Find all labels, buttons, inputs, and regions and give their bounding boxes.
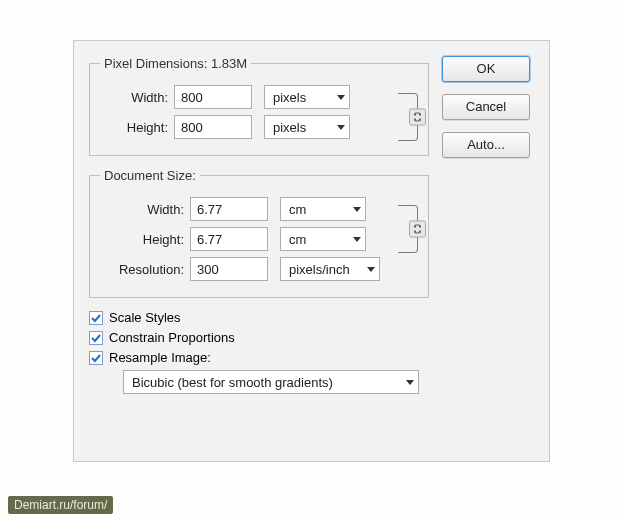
chevron-down-icon bbox=[337, 125, 345, 130]
pixel-dimensions-legend: Pixel Dimensions: 1.83M bbox=[100, 56, 251, 71]
pixel-height-label: Height: bbox=[100, 120, 174, 135]
doc-width-label: Width: bbox=[100, 202, 190, 217]
doc-height-input[interactable] bbox=[190, 227, 268, 251]
constrain-proportions-checkbox[interactable] bbox=[89, 331, 103, 345]
chevron-down-icon bbox=[406, 380, 414, 385]
dialog-buttons-column: OK Cancel Auto... bbox=[442, 56, 534, 170]
chevron-down-icon bbox=[337, 95, 345, 100]
chevron-down-icon bbox=[353, 207, 361, 212]
ok-button[interactable]: OK bbox=[442, 56, 530, 82]
resolution-input[interactable] bbox=[190, 257, 268, 281]
watermark-badge: Demiart.ru/forum/ bbox=[8, 496, 113, 514]
doc-height-unit-select[interactable]: cm bbox=[280, 227, 366, 251]
chevron-down-icon bbox=[353, 237, 361, 242]
resample-image-checkbox[interactable] bbox=[89, 351, 103, 365]
scale-styles-checkbox[interactable] bbox=[89, 311, 103, 325]
pixel-height-unit-select[interactable]: pixels bbox=[264, 115, 350, 139]
doc-width-input[interactable] bbox=[190, 197, 268, 221]
document-size-group: Document Size: Width: cm Height: cm Reso… bbox=[89, 168, 429, 298]
scale-styles-label: Scale Styles bbox=[109, 310, 181, 325]
document-size-legend: Document Size: bbox=[100, 168, 200, 183]
image-size-dialog: OK Cancel Auto... Pixel Dimensions: 1.83… bbox=[73, 40, 550, 462]
link-icon[interactable] bbox=[409, 221, 426, 238]
doc-width-unit-select[interactable]: cm bbox=[280, 197, 366, 221]
chevron-down-icon bbox=[367, 267, 375, 272]
pixel-height-input[interactable] bbox=[174, 115, 252, 139]
resolution-label: Resolution: bbox=[100, 262, 190, 277]
constrain-proportions-label: Constrain Proportions bbox=[109, 330, 235, 345]
pixel-width-input[interactable] bbox=[174, 85, 252, 109]
resolution-unit-select[interactable]: pixels/inch bbox=[280, 257, 380, 281]
pixel-link-bracket bbox=[398, 93, 418, 141]
pixel-width-unit-select[interactable]: pixels bbox=[264, 85, 350, 109]
doc-height-label: Height: bbox=[100, 232, 190, 247]
main-column: Pixel Dimensions: 1.83M Width: pixels He… bbox=[89, 56, 429, 394]
pixel-dimensions-group: Pixel Dimensions: 1.83M Width: pixels He… bbox=[89, 56, 429, 156]
resample-method-select[interactable]: Bicubic (best for smooth gradients) bbox=[123, 370, 419, 394]
doc-link-bracket bbox=[398, 205, 418, 253]
cancel-button[interactable]: Cancel bbox=[442, 94, 530, 120]
pixel-width-label: Width: bbox=[100, 90, 174, 105]
auto-button[interactable]: Auto... bbox=[442, 132, 530, 158]
resample-image-label: Resample Image: bbox=[109, 350, 211, 365]
link-icon[interactable] bbox=[409, 109, 426, 126]
